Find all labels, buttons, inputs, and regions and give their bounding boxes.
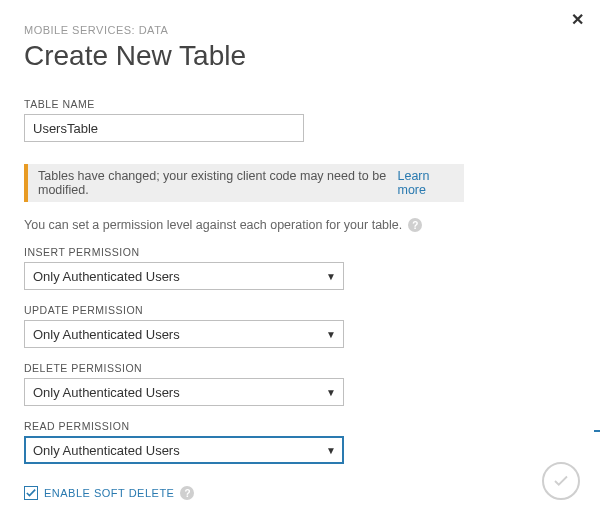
close-icon[interactable]: ✕ — [571, 10, 584, 29]
insert-permission-select[interactable]: Only Authenticated Users — [24, 262, 344, 290]
enable-soft-delete-checkbox[interactable] — [24, 486, 38, 500]
edge-marker — [594, 430, 600, 432]
table-name-label: TABLE NAME — [24, 98, 576, 110]
update-permission-select-wrap: Only Authenticated Users ▼ — [24, 320, 344, 348]
update-permission-label: UPDATE PERMISSION — [24, 304, 576, 316]
read-permission-label: READ PERMISSION — [24, 420, 576, 432]
insert-permission-select-wrap: Only Authenticated Users ▼ — [24, 262, 344, 290]
confirm-button[interactable] — [542, 462, 580, 500]
info-banner-text: Tables have changed; your existing clien… — [38, 169, 394, 197]
permission-hint: You can set a permission level against e… — [24, 218, 402, 232]
read-permission-select-wrap: Only Authenticated Users ▼ — [24, 436, 344, 464]
page-title: Create New Table — [24, 40, 576, 72]
enable-soft-delete-label[interactable]: ENABLE SOFT DELETE — [44, 487, 174, 499]
checkmark-icon — [552, 472, 570, 490]
read-permission-select[interactable]: Only Authenticated Users — [24, 436, 344, 464]
learn-more-link[interactable]: Learn more — [398, 169, 455, 197]
breadcrumb: MOBILE SERVICES: DATA — [24, 24, 576, 36]
update-permission-select[interactable]: Only Authenticated Users — [24, 320, 344, 348]
help-icon[interactable]: ? — [408, 218, 422, 232]
help-icon[interactable]: ? — [180, 486, 194, 500]
delete-permission-select-wrap: Only Authenticated Users ▼ — [24, 378, 344, 406]
info-banner: Tables have changed; your existing clien… — [24, 164, 464, 202]
delete-permission-select[interactable]: Only Authenticated Users — [24, 378, 344, 406]
checkmark-icon — [26, 488, 36, 498]
create-table-dialog: MOBILE SERVICES: DATA Create New Table T… — [0, 0, 600, 510]
insert-permission-label: INSERT PERMISSION — [24, 246, 576, 258]
delete-permission-label: DELETE PERMISSION — [24, 362, 576, 374]
table-name-input[interactable] — [24, 114, 304, 142]
